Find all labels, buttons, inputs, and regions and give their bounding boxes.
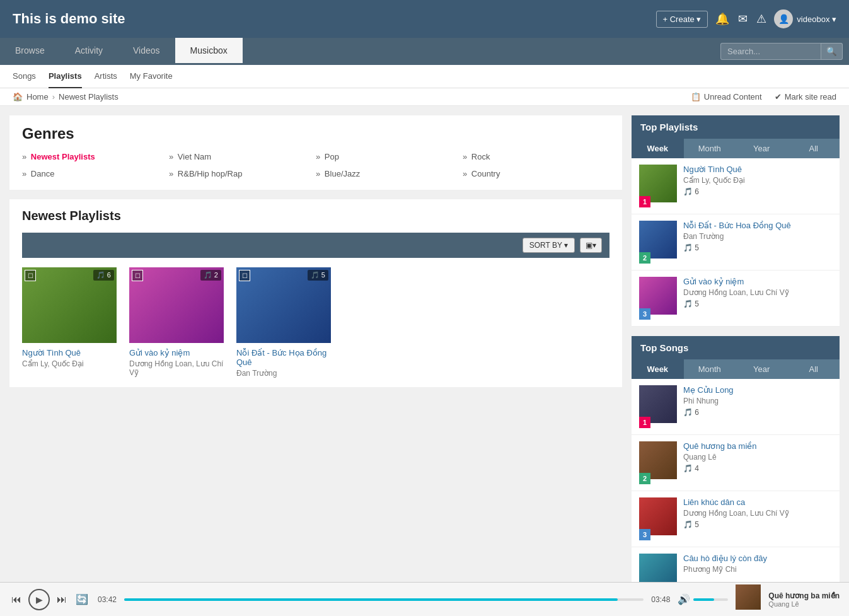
top-songs-tab-month[interactable]: Month bbox=[684, 359, 736, 379]
volume-icon[interactable]: 🔊 bbox=[678, 593, 690, 605]
mark-site-read-link[interactable]: ✔ Mark site read bbox=[775, 92, 836, 102]
top-playlist-item-3[interactable]: 3 Gửi vào kỷ niệm Dương Hồng Loan, Lưu C… bbox=[632, 270, 840, 327]
top-playlist-name-2[interactable]: Nỗi Đất - Bức Hoa Đồng Quê bbox=[683, 221, 832, 230]
playlist-checkbox-2[interactable]: ☐ bbox=[132, 270, 143, 281]
top-song-info-1: Mẹ Cửu Long Phi Nhung 🎵 6 bbox=[683, 385, 832, 417]
playlist-checkbox-3[interactable]: ☐ bbox=[239, 270, 250, 281]
genre-viet-nam[interactable]: » Viet Nam bbox=[169, 150, 316, 163]
notification-icon[interactable]: 🔔 bbox=[715, 12, 729, 26]
top-playlist-name-1[interactable]: Người Tình Quê bbox=[683, 165, 832, 174]
alert-icon[interactable]: ⚠ bbox=[756, 12, 766, 26]
playlist-count-3: 🎵 5 bbox=[308, 270, 328, 281]
top-song-item-3[interactable]: 3 Liên khúc dân ca Dương Hồng Loan, Lưu … bbox=[632, 491, 840, 547]
home-icon: 🏠 bbox=[13, 92, 23, 102]
genre-rnb[interactable]: » R&B/Hip hop/Rap bbox=[169, 167, 316, 180]
play-button[interactable]: ▶ bbox=[28, 589, 50, 610]
top-song-name-1[interactable]: Mẹ Cửu Long bbox=[683, 385, 832, 395]
sub-tab-artists[interactable]: Artists bbox=[95, 65, 117, 88]
sub-tab-myfavorite[interactable]: My Favorite bbox=[130, 65, 173, 88]
nav-bar: Browse Activity Videos Musicbox 🔍 bbox=[0, 38, 849, 65]
top-song-item-1[interactable]: 1 Mẹ Cửu Long Phi Nhung 🎵 6 bbox=[632, 379, 840, 435]
top-song-badge-2: 2 bbox=[639, 473, 650, 484]
sub-tab-songs[interactable]: Songs bbox=[13, 65, 36, 88]
nav-tab-videos[interactable]: Videos bbox=[118, 38, 175, 65]
progress-bar[interactable] bbox=[124, 598, 644, 601]
genre-rock[interactable]: » Rock bbox=[463, 150, 609, 163]
nav-tab-musicbox[interactable]: Musicbox bbox=[175, 38, 243, 65]
top-songs-box: Top Songs Week Month Year All 1 Mẹ Cửu L… bbox=[632, 336, 840, 603]
user-name: videobox ▾ bbox=[797, 15, 836, 24]
genre-newest-playlists[interactable]: » Newest Playlists bbox=[22, 150, 169, 163]
top-song-item-2[interactable]: 2 Quê hương ba miền Quang Lê 🎵 4 bbox=[632, 435, 840, 491]
mail-icon[interactable]: ✉ bbox=[738, 12, 748, 26]
top-playlist-name-3[interactable]: Gửi vào kỷ niệm bbox=[683, 277, 832, 286]
create-button[interactable]: + Create ▾ bbox=[656, 11, 708, 28]
search-input[interactable] bbox=[720, 43, 821, 60]
rank-wrap-2: 2 bbox=[639, 221, 677, 264]
top-playlists-tab-year[interactable]: Year bbox=[736, 139, 788, 158]
repeat-button[interactable]: 🔄 bbox=[74, 591, 90, 607]
playlist-thumb-3: ☐ 🎵 5 bbox=[236, 267, 331, 343]
top-playlist-info-3: Gửi vào kỷ niệm Dương Hồng Loan, Lưu Chí… bbox=[683, 277, 832, 308]
playlist-count-2: 🎵 2 bbox=[200, 270, 221, 281]
genre-pop[interactable]: » Pop bbox=[316, 150, 463, 163]
top-playlists-title: Top Playlists bbox=[632, 115, 840, 139]
top-songs-tab-week[interactable]: Week bbox=[632, 359, 684, 379]
top-song-plays-2: 🎵 4 bbox=[683, 464, 832, 473]
top-playlist-info-1: Người Tình Quê Cẩm Ly, Quốc Đại 🎵 6 bbox=[683, 165, 832, 196]
header-icons: 🔔 ✉ ⚠ bbox=[715, 12, 766, 26]
prev-button[interactable]: ⏮ bbox=[9, 592, 23, 607]
search-button[interactable]: 🔍 bbox=[821, 43, 843, 60]
next-button[interactable]: ⏭ bbox=[55, 592, 69, 607]
nav-tab-activity[interactable]: Activity bbox=[60, 38, 118, 65]
playlist-name-1[interactable]: Người Tình Quê bbox=[22, 348, 117, 357]
top-songs-tab-year[interactable]: Year bbox=[736, 359, 788, 379]
top-playlists-tabs: Week Month Year All bbox=[632, 139, 840, 158]
top-playlists-tab-week[interactable]: Week bbox=[632, 139, 684, 158]
top-playlist-item-1[interactable]: 1 Người Tình Quê Cẩm Ly, Quốc Đại 🎵 6 bbox=[632, 158, 840, 214]
nav-tabs: Browse Activity Videos Musicbox bbox=[0, 38, 243, 65]
genre-country[interactable]: » Country bbox=[463, 167, 609, 180]
top-song-plays-1: 🎵 6 bbox=[683, 408, 832, 417]
top-song-name-4[interactable]: Câu hò điệu lý còn đây bbox=[683, 554, 832, 563]
top-playlists-tab-month[interactable]: Month bbox=[684, 139, 736, 158]
breadcrumb: 🏠 Home › Newest Playlists bbox=[13, 92, 118, 102]
volume-bar[interactable] bbox=[693, 598, 728, 601]
top-songs-tab-all[interactable]: All bbox=[788, 359, 840, 379]
top-song-info-3: Liên khúc dân ca Dương Hồng Loan, Lưu Ch… bbox=[683, 497, 832, 529]
rank-wrap-3: 3 bbox=[639, 277, 677, 320]
playlist-checkbox-1[interactable]: ☐ bbox=[25, 270, 36, 281]
unread-content-link[interactable]: 📋 Unread Content bbox=[691, 92, 762, 102]
top-playlists-list: 1 Người Tình Quê Cẩm Ly, Quốc Đại 🎵 6 2 … bbox=[632, 158, 840, 327]
rank-wrap-1: 1 bbox=[639, 165, 677, 207]
nav-tab-browse[interactable]: Browse bbox=[0, 38, 60, 65]
genre-dance[interactable]: » Dance bbox=[22, 167, 169, 180]
playlist-name-3[interactable]: Nỗi Đất - Bức Họa Đồng Quê bbox=[236, 348, 331, 367]
genre-bluejazz[interactable]: » Blue/Jazz bbox=[316, 167, 463, 180]
breadcrumb-home[interactable]: Home bbox=[26, 92, 49, 102]
header-right: + Create ▾ 🔔 ✉ ⚠ 👤 videobox ▾ bbox=[656, 9, 837, 28]
player-song-name: Quê hương ba miền bbox=[768, 591, 840, 600]
breadcrumb-current: Newest Playlists bbox=[59, 92, 118, 102]
top-playlist-item-2[interactable]: 2 Nỗi Đất - Bức Hoa Đồng Quê Đan Trường … bbox=[632, 214, 840, 270]
view-toggle-button[interactable]: ▣▾ bbox=[580, 238, 602, 253]
top-song-artist-4: Phương Mỹ Chi bbox=[683, 565, 832, 574]
playlist-card-3[interactable]: ☐ 🎵 5 Nỗi Đất - Bức Họa Đồng Quê Đan Trư… bbox=[236, 267, 331, 378]
top-playlist-info-2: Nỗi Đất - Bức Hoa Đồng Quê Đan Trường 🎵 … bbox=[683, 221, 832, 252]
user-menu[interactable]: 👤 videobox ▾ bbox=[774, 9, 836, 28]
main-container: Genres » Newest Playlists » Viet Nam » P… bbox=[0, 106, 849, 613]
playlist-name-2[interactable]: Gửi vào kỷ niệm bbox=[129, 348, 224, 357]
top-song-name-3[interactable]: Liên khúc dân ca bbox=[683, 497, 832, 507]
top-songs-list: 1 Mẹ Cửu Long Phi Nhung 🎵 6 2 Quê hương … bbox=[632, 379, 840, 603]
sort-by-button[interactable]: SORT BY ▾ bbox=[523, 238, 575, 253]
player-bar: ⏮ ▶ ⏭ 🔄 03:42 03:48 🔊 Quê hương ba miền … bbox=[0, 582, 849, 613]
progress-bar-wrap bbox=[124, 598, 644, 601]
top-song-name-2[interactable]: Quê hương ba miền bbox=[683, 441, 832, 451]
playlist-card-2[interactable]: ☐ 🎵 2 Gửi vào kỷ niệm Dương Hồng Loan, L… bbox=[129, 267, 224, 378]
progress-fill bbox=[124, 598, 618, 601]
playlist-card-1[interactable]: ☐ 🎵 6 Người Tình Quê Cẩm Ly, Quốc Đại bbox=[22, 267, 117, 378]
nav-search: 🔍 bbox=[720, 43, 849, 60]
sub-tab-playlists[interactable]: Playlists bbox=[49, 65, 82, 88]
playlist-thumb-1: ☐ 🎵 6 bbox=[22, 267, 117, 343]
top-playlists-tab-all[interactable]: All bbox=[788, 139, 840, 158]
